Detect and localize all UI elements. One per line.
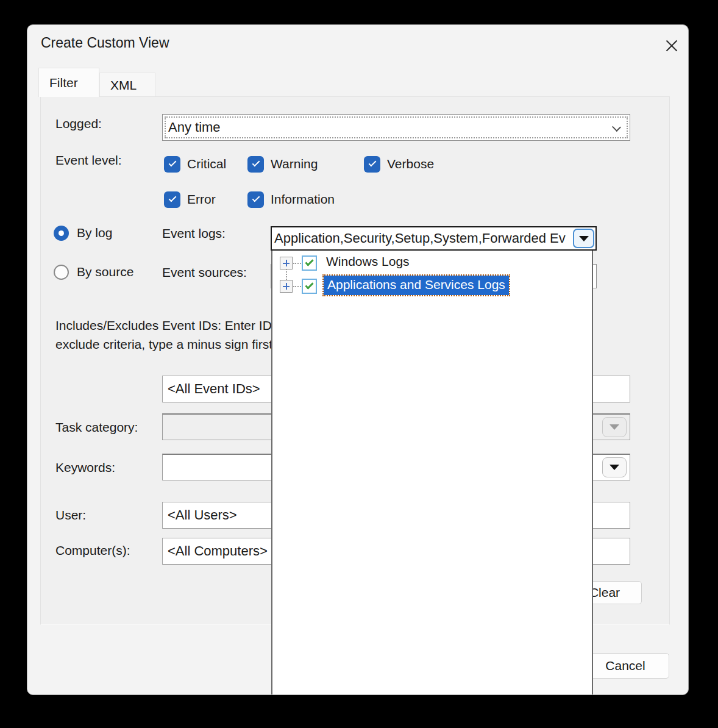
tree-connector	[293, 286, 301, 287]
radio-label: By source	[77, 265, 133, 279]
checkbox-information[interactable]: Information	[247, 190, 335, 209]
triangle-down-icon	[579, 236, 589, 241]
checked-checkbox-icon	[164, 191, 180, 208]
tree-item-label-selected[interactable]: Applications and Services Logs	[324, 276, 509, 295]
checkbox-label: Information	[271, 192, 335, 207]
radio-by-log[interactable]: By log	[54, 224, 112, 242]
radio-by-source[interactable]: By source	[54, 263, 133, 281]
triangle-down-icon	[610, 424, 619, 430]
keywords-dropdown-button[interactable]	[602, 457, 627, 477]
close-button[interactable]	[653, 31, 689, 60]
event-ids-value: <All Event IDs>	[168, 376, 260, 402]
checked-checkbox-icon	[164, 156, 180, 173]
task-category-dropdown-button	[602, 417, 627, 437]
event-level-label: Event level:	[55, 153, 122, 168]
screen-background: Create Custom View Filter XML Logged: An…	[0, 0, 718, 728]
tree-connector	[293, 263, 301, 264]
user-value: <All Users>	[168, 502, 237, 528]
expand-plus-button[interactable]	[280, 257, 293, 269]
event-logs-dropdown-button[interactable]	[573, 229, 594, 248]
radio-selected-icon	[54, 226, 69, 241]
checkbox-error[interactable]: Error	[164, 190, 216, 209]
tree-item-applications-services-logs[interactable]: Applications and Services Logs	[272, 274, 592, 296]
event-logs-dropdown-panel: Windows Logs Applications and Services L…	[271, 249, 593, 695]
checkbox-verbose[interactable]: Verbose	[364, 155, 434, 173]
radio-label: By log	[77, 226, 112, 240]
checkbox-label: Warning	[271, 157, 318, 171]
tab-filter[interactable]: Filter	[38, 68, 99, 97]
checkbox-label: Error	[187, 192, 216, 207]
checkbox-label: Verbose	[387, 157, 434, 171]
expand-plus-button[interactable]	[280, 280, 293, 293]
green-check-icon	[305, 257, 313, 266]
cancel-button[interactable]: Cancel	[581, 653, 669, 679]
tree-item-windows-logs[interactable]: Windows Logs	[272, 252, 592, 274]
event-sources-label: Event sources:	[162, 265, 247, 280]
tab-xml[interactable]: XML	[99, 73, 155, 98]
logged-label: Logged:	[55, 116, 102, 131]
user-label: User:	[55, 508, 86, 523]
event-logs-combobox[interactable]: Application,Security,Setup,System,Forwar…	[271, 226, 597, 251]
tree-checkbox-checked[interactable]	[302, 279, 317, 294]
tree-checkbox-checked[interactable]	[302, 255, 317, 271]
computers-value: <All Computers>	[168, 538, 268, 564]
checked-checkbox-icon	[364, 156, 380, 173]
checked-checkbox-icon	[247, 191, 264, 208]
radio-unselected-icon	[54, 265, 69, 280]
event-logs-label: Event logs:	[162, 226, 226, 241]
plus-icon	[283, 260, 290, 266]
logged-value: Any time	[168, 115, 221, 140]
green-check-icon	[305, 280, 313, 289]
keywords-label: Keywords:	[55, 460, 115, 475]
close-icon	[664, 38, 680, 54]
create-custom-view-dialog: Create Custom View Filter XML Logged: An…	[27, 24, 689, 695]
logged-combobox[interactable]: Any time	[162, 114, 630, 141]
task-category-label: Task category:	[55, 420, 138, 435]
focus-rect	[165, 116, 628, 138]
dialog-title: Create Custom View	[41, 35, 169, 51]
event-logs-value: Application,Security,Setup,System,Forwar…	[274, 227, 566, 249]
checked-checkbox-icon	[247, 156, 264, 173]
tree-item-label[interactable]: Windows Logs	[326, 254, 410, 269]
plus-icon	[283, 283, 290, 290]
checkbox-label: Critical	[187, 157, 226, 171]
triangle-down-icon	[610, 465, 619, 470]
checkbox-warning[interactable]: Warning	[247, 155, 318, 173]
checkbox-critical[interactable]: Critical	[164, 155, 226, 173]
computers-label: Computer(s):	[55, 543, 130, 558]
